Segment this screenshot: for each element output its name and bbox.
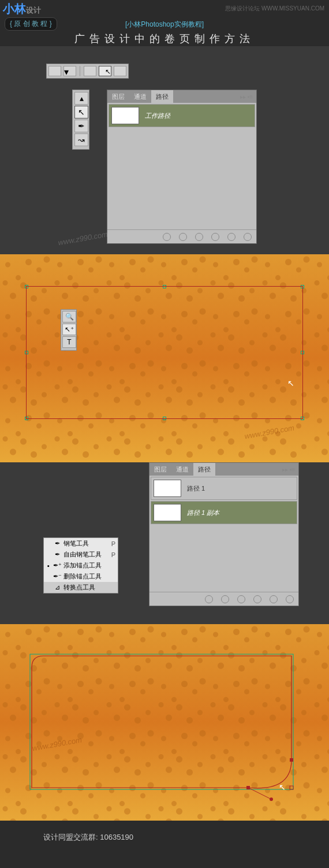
panel-footer (149, 592, 298, 606)
pen-icon: ✒ (53, 540, 61, 547)
page-title: 广告设计中的卷页制作方法 (6, 29, 323, 46)
path-label: 工作路径 (145, 112, 170, 120)
add-anchor-icon: ✒⁺ (53, 562, 61, 569)
shape-layers-button[interactable] (48, 66, 61, 76)
pen-menu-item[interactable]: ✒⁻ 删除锚点工具 (44, 571, 118, 582)
paths-panel-1: 图层 通道 路径 ▸▸ ▪≡ 工作路径 (107, 90, 257, 244)
path-thumbnail (111, 107, 139, 124)
mini-toolbar: 🔍 ↖⁺ T (61, 309, 77, 351)
fill-path-icon[interactable] (205, 595, 213, 603)
tutorial-header: 小林设计 { 原 创 教 程 } 思缘设计论坛 WWW.MISSYUAN.COM… (0, 0, 329, 46)
panel-collapse-icon[interactable]: ▸▸ ▪≡ (279, 466, 298, 473)
panel-tabs: 图层 通道 路径 ▸▸ ▪≡ (107, 90, 256, 103)
menu-label: 删除锚点工具 (63, 572, 102, 581)
delete-path-icon[interactable] (244, 233, 252, 241)
panel-body (107, 128, 256, 229)
tab-paths[interactable]: 路径 (193, 463, 215, 476)
panel-tabs: 图层 通道 路径 ▸▸ ▪≡ (149, 463, 298, 476)
cursor-icon: ↖ (105, 68, 111, 76)
delete-path-icon[interactable] (286, 595, 294, 603)
new-path-icon[interactable] (227, 233, 235, 241)
panel-footer (107, 229, 256, 243)
type-tool[interactable]: T (62, 336, 76, 348)
section-panel-1: ▾ ↖ ▴ ↖ ✒ ↝ 图层 通道 路径 ▸▸ ▪≡ 工作路径 ww (0, 46, 329, 254)
paths-button[interactable]: ↖ (99, 66, 111, 76)
watermark: www.z990.com (57, 230, 109, 247)
stroke-path-icon[interactable] (179, 233, 187, 241)
logo: 小林设计 (3, 1, 41, 17)
tab-channels[interactable]: 通道 (129, 90, 151, 103)
fill-pixels-button[interactable] (114, 66, 126, 76)
pen-menu-item[interactable]: ⊿ 转换点工具 (44, 582, 118, 593)
options-toolbar: ▾ ↖ (46, 64, 129, 79)
rect-button[interactable] (84, 66, 96, 76)
menu-label: 钢笔工具 (63, 539, 89, 548)
path-row-1[interactable]: 路径 1 (151, 477, 297, 500)
footer-text: 设计同盟交流群: 10635190 (0, 821, 329, 860)
freeform-pen-icon: ✒ (53, 551, 61, 558)
logo-tag: { 原 创 教 程 } (5, 17, 57, 31)
section-panel-2: 图层 通道 路径 ▸▸ ▪≡ 路径 1 路径 1 副本 ✒ 钢笔工具 P (0, 462, 329, 624)
active-dot: ▪ (46, 562, 51, 569)
shortcut: P (111, 540, 115, 547)
path-label: 路径 1 (187, 484, 205, 493)
convert-tool[interactable]: ↝ (74, 133, 88, 146)
delete-anchor-icon: ✒⁻ (53, 573, 61, 580)
tab-channels[interactable]: 通道 (171, 463, 193, 476)
pen-tool[interactable]: ✒ (74, 120, 88, 132)
path-row-work[interactable]: 工作路径 (109, 104, 255, 127)
pen-menu-item[interactable]: ✒ 钢笔工具 P (44, 538, 118, 549)
selection-path-icon[interactable] (237, 595, 245, 603)
cursor-icon: ↖ (279, 782, 286, 792)
dropdown-button[interactable]: ▾ (63, 66, 76, 76)
fill-path-icon[interactable] (163, 233, 171, 241)
section-canvas-1: 🔍 ↖⁺ T ↖ www.z990.com (0, 254, 329, 462)
menu-label: 转换点工具 (63, 583, 95, 592)
shortcut: P (111, 551, 115, 558)
tab-layers[interactable]: 图层 (149, 463, 171, 476)
selection-path-icon[interactable] (195, 233, 203, 241)
cursor-icon: ↖ (287, 379, 294, 388)
tab-layers[interactable]: 图层 (107, 90, 129, 103)
pen-menu-item[interactable]: ✒ 自由钢笔工具 P (44, 549, 118, 560)
path-thumbnail (154, 480, 181, 497)
make-path-icon[interactable] (211, 233, 219, 241)
convert-point-icon: ⊿ (53, 584, 61, 591)
path-selection-tool[interactable]: ▴ (74, 92, 88, 105)
panel-body (149, 525, 298, 592)
menu-label: 自由钢笔工具 (63, 550, 102, 559)
new-path-icon[interactable] (270, 595, 278, 603)
vertical-toolbar: ▴ ↖ ✒ ↝ (72, 90, 89, 150)
pen-tool-menu: ✒ 钢笔工具 P ✒ 自由钢笔工具 P ▪ ✒⁺ 添加锚点工具 ✒⁻ 删除锚点工… (43, 537, 118, 593)
stroke-path-icon[interactable] (221, 595, 229, 603)
section-canvas-2: ↖ www.z990.com (0, 624, 329, 821)
path-label: 路径 1 副本 (187, 509, 219, 517)
menu-label: 添加锚点工具 (63, 561, 102, 570)
panel-collapse-icon[interactable]: ▸▸ ▪≡ (237, 94, 256, 100)
direct-selection-tool[interactable]: ↖ (74, 106, 88, 118)
logo-sub: 设计 (26, 6, 41, 14)
path-thumbnail (154, 504, 181, 521)
path-row-1-copy[interactable]: 路径 1 副本 (151, 501, 297, 524)
direct-select-tool[interactable]: ↖⁺ (62, 324, 76, 335)
tab-paths[interactable]: 路径 (151, 90, 173, 103)
separator (80, 66, 80, 76)
pen-menu-item[interactable]: ▪ ✒⁺ 添加锚点工具 (44, 560, 118, 571)
zoom-tool[interactable]: 🔍 (62, 311, 76, 322)
paths-panel-2: 图层 通道 路径 ▸▸ ▪≡ 路径 1 路径 1 副本 (149, 462, 299, 606)
source-watermark: 思缘设计论坛 WWW.MISSYUAN.COM (225, 5, 324, 13)
path-outline (26, 286, 303, 419)
logo-main: 小林 (3, 2, 26, 15)
make-path-icon[interactable] (253, 595, 261, 603)
